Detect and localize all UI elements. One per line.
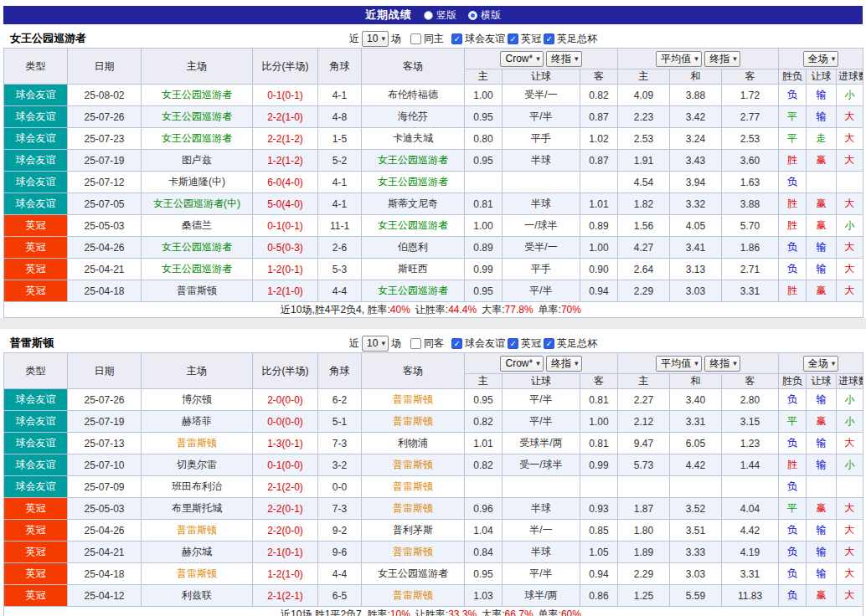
filter-championship-checkbox[interactable]	[508, 338, 518, 349]
odds-handicap: 平/半	[503, 280, 580, 302]
away-team[interactable]: 普雷斯顿	[362, 389, 465, 411]
away-team[interactable]: 布伦特福德	[362, 85, 465, 106]
league-badge: 球会友谊	[4, 476, 68, 498]
result-goals: 大	[837, 150, 863, 172]
chevron-down-icon: ▾	[733, 55, 737, 63]
home-team[interactable]: 利兹联	[142, 585, 253, 607]
games-count-select[interactable]: 10▾	[362, 336, 389, 352]
filter-championship-checkbox[interactable]	[508, 33, 518, 44]
home-team[interactable]: 卡斯迪隆(中)	[142, 172, 253, 193]
odds-home: 0.95	[465, 150, 503, 172]
result-handicap	[807, 172, 837, 193]
odds-away: 0.90	[580, 259, 618, 280]
away-team[interactable]: 海伦芬	[362, 106, 465, 128]
match-score: 1-2(1-0)	[253, 280, 318, 302]
chevron-down-icon: ▾	[832, 55, 836, 63]
match-score: 2-2(0-1)	[253, 498, 318, 520]
result-outcome: 负	[779, 585, 807, 607]
away-team[interactable]: 普雷斯顿	[362, 476, 465, 498]
result-handicap: 输	[807, 454, 837, 476]
chevron-down-icon: ▾	[381, 340, 385, 347]
home-team[interactable]: 女王公园巡游者	[142, 259, 253, 280]
away-team[interactable]: 普雷斯顿	[362, 411, 465, 433]
home-team[interactable]: 桑德兰	[142, 215, 253, 237]
filter-facup-checkbox[interactable]	[544, 338, 554, 349]
odds-handicap: 受半/一	[503, 237, 580, 259]
away-team[interactable]: 女王公园巡游者	[362, 280, 465, 302]
away-team[interactable]: 斯蒂文尼奇	[362, 193, 465, 215]
same-venue-checkbox[interactable]	[410, 33, 421, 44]
match-date: 25-07-05	[68, 193, 142, 215]
avg-away: 4.04	[722, 498, 779, 520]
result-outcome: 平	[779, 411, 807, 433]
home-team[interactable]: 女王公园巡游者(中)	[142, 193, 253, 215]
home-team[interactable]: 女王公园巡游者	[142, 85, 253, 106]
average-select[interactable]: 平均值▾	[656, 51, 702, 67]
match-date: 25-04-12	[68, 585, 142, 607]
home-team[interactable]: 女王公园巡游者	[142, 128, 253, 150]
average-stage-select[interactable]: 终指▾	[704, 356, 740, 372]
filter-friendly-checkbox[interactable]	[451, 33, 462, 44]
odds-stage-select[interactable]: 终指▾	[546, 356, 582, 372]
away-team[interactable]: 女王公园巡游者	[362, 150, 465, 172]
away-team[interactable]: 女王公园巡游者	[362, 215, 465, 237]
away-team[interactable]: 伯恩利	[362, 237, 465, 259]
filter-facup-checkbox[interactable]	[544, 33, 554, 44]
scope-select[interactable]: 全场▾	[803, 356, 839, 372]
away-team[interactable]: 普利茅斯	[362, 520, 465, 542]
home-team[interactable]: 赫塔菲	[142, 411, 253, 433]
filters-bar: 近 10▾ 场 同客 球会友谊 英冠 英足总杯	[349, 336, 597, 352]
away-team[interactable]: 利物浦	[362, 433, 465, 454]
avg-draw: 3.13	[670, 259, 722, 280]
layout-option-horizontal[interactable]: 横版	[468, 8, 501, 23]
home-team[interactable]: 赫尔城	[142, 542, 253, 563]
away-team[interactable]: 普雷斯顿	[362, 585, 465, 607]
away-team[interactable]: 斯旺西	[362, 259, 465, 280]
col-odds-home: 主	[465, 69, 503, 85]
odds-handicap	[503, 172, 580, 193]
filter-friendly-checkbox[interactable]	[451, 338, 462, 349]
result-goals: 小	[837, 215, 863, 237]
match-row: 球会友谊25-07-12卡斯迪隆(中)6-0(4-0)4-1女王公园巡游者4.5…	[4, 172, 863, 193]
home-team[interactable]: 切奥尔雷	[142, 454, 253, 476]
away-team[interactable]: 普雷斯顿	[362, 498, 465, 520]
col-date: 日期	[68, 353, 142, 389]
away-team[interactable]: 普雷斯顿	[362, 454, 465, 476]
home-team[interactable]: 女王公园巡游者	[142, 106, 253, 128]
away-team[interactable]: 普雷斯顿	[362, 542, 465, 563]
odds-home: 1.03	[465, 585, 503, 607]
home-team[interactable]: 普雷斯顿	[142, 520, 253, 542]
away-team[interactable]: 女王公园巡游者	[362, 172, 465, 193]
odds-stage-select[interactable]: 终指▾	[546, 51, 582, 67]
home-team[interactable]: 普雷斯顿	[142, 280, 253, 302]
home-team[interactable]: 图卢兹	[142, 150, 253, 172]
match-score: 2-1(2-1)	[253, 585, 318, 607]
average-stage-select[interactable]: 终指▾	[704, 51, 740, 67]
average-group-header: 平均值▾ 终指▾	[618, 49, 779, 69]
home-team[interactable]: 女王公园巡游者	[142, 237, 253, 259]
average-select[interactable]: 平均值▾	[656, 356, 702, 372]
home-team[interactable]: 班田布利治	[142, 476, 253, 498]
same-venue-checkbox[interactable]	[410, 338, 421, 349]
home-team[interactable]: 布里斯托城	[142, 498, 253, 520]
home-team[interactable]: 普雷斯顿	[142, 433, 253, 454]
scope-select[interactable]: 全场▾	[803, 51, 839, 67]
odds-handicap: 一/球半	[503, 215, 580, 237]
odds-handicap: 平/半	[503, 389, 580, 411]
odds-source-select[interactable]: Crow*▾	[500, 51, 543, 67]
avg-home: 5.73	[618, 454, 670, 476]
games-count-select[interactable]: 10▾	[362, 31, 389, 47]
away-team[interactable]: 卡迪夫城	[362, 128, 465, 150]
match-row: 球会友谊25-07-05女王公园巡游者(中)5-0(4-0)4-1斯蒂文尼奇0.…	[4, 193, 863, 215]
layout-option-vertical[interactable]: 竖版	[424, 8, 456, 23]
match-date: 25-05-03	[68, 498, 142, 520]
col-result: 胜负	[779, 69, 807, 85]
home-team[interactable]: 普雷斯顿	[142, 563, 253, 585]
odds-source-select[interactable]: Crow*▾	[500, 356, 543, 372]
away-team[interactable]: 女王公园巡游者	[362, 563, 465, 585]
col-type: 类型	[4, 49, 68, 85]
home-team[interactable]: 博尔顿	[142, 389, 253, 411]
match-score: 2-2(0-0)	[253, 520, 318, 542]
result-goals: 小	[837, 85, 863, 106]
odds-away: 0.81	[580, 433, 618, 454]
